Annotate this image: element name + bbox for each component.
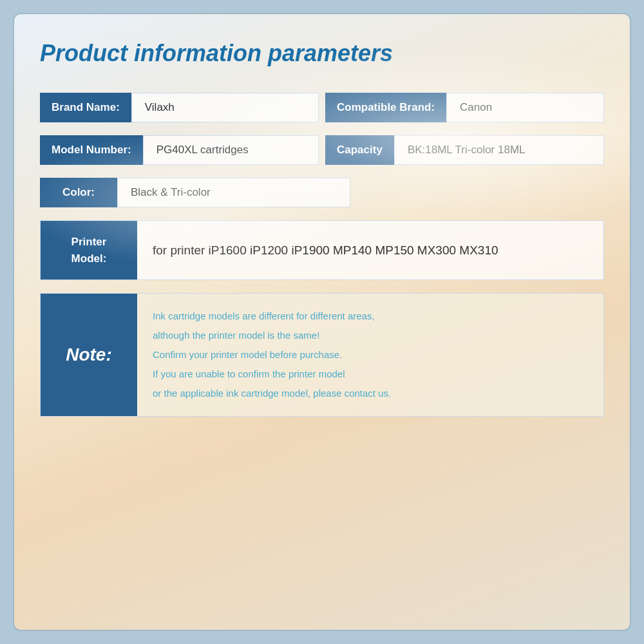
model-number-pair: Model Number: PG40XL cartridges	[40, 135, 319, 165]
capacity-label: Capacity	[325, 135, 394, 165]
model-number-label: Model Number:	[40, 135, 143, 165]
compatible-brand-pair: Compatible Brand: Canon	[325, 93, 604, 122]
color-value: Black & Tri-color	[117, 178, 350, 207]
printer-model-value: for printer iP1600 iP1200 iP1900 MP140 M…	[137, 221, 603, 279]
printer-model-label: PrinterModel:	[41, 221, 137, 279]
compatible-brand-label: Compatible Brand:	[325, 93, 446, 122]
model-number-value: PG40XL cartridges	[143, 135, 319, 165]
page-title: Product information parameters	[40, 40, 604, 67]
capacity-pair: Capacity BK:18ML Tri-color 18ML	[325, 135, 604, 165]
note-line-1: Ink cartridge models are different for d…	[153, 307, 588, 326]
color-pair: Color: Black & Tri-color	[40, 178, 350, 207]
note-line-3: Confirm your printer model before purcha…	[153, 345, 588, 365]
compatible-brand-value: Canon	[446, 93, 604, 122]
model-capacity-row: Model Number: PG40XL cartridges Capacity…	[40, 135, 604, 165]
printer-model-row: PrinterModel: for printer iP1600 iP1200 …	[40, 220, 604, 280]
color-label: Color:	[40, 178, 117, 207]
note-value: Ink cartridge models are different for d…	[137, 294, 603, 416]
brand-name-pair: Brand Name: Vilaxh	[40, 93, 319, 122]
product-info-card: Product information parameters Brand Nam…	[13, 13, 631, 631]
color-row: Color: Black & Tri-color	[40, 178, 350, 207]
brand-name-value: Vilaxh	[131, 93, 319, 122]
brand-name-label: Brand Name:	[40, 93, 131, 122]
note-line-5: or the applicable ink cartridge model, p…	[153, 384, 588, 403]
note-row: Note: Ink cartridge models are different…	[40, 293, 604, 417]
note-line-4: If you are unable to confirm the printer…	[153, 365, 588, 384]
note-label: Note:	[41, 294, 137, 416]
note-line-2: although the printer model is the same!	[153, 326, 588, 345]
brand-row: Brand Name: Vilaxh Compatible Brand: Can…	[40, 93, 604, 122]
capacity-value: BK:18ML Tri-color 18ML	[394, 135, 604, 165]
